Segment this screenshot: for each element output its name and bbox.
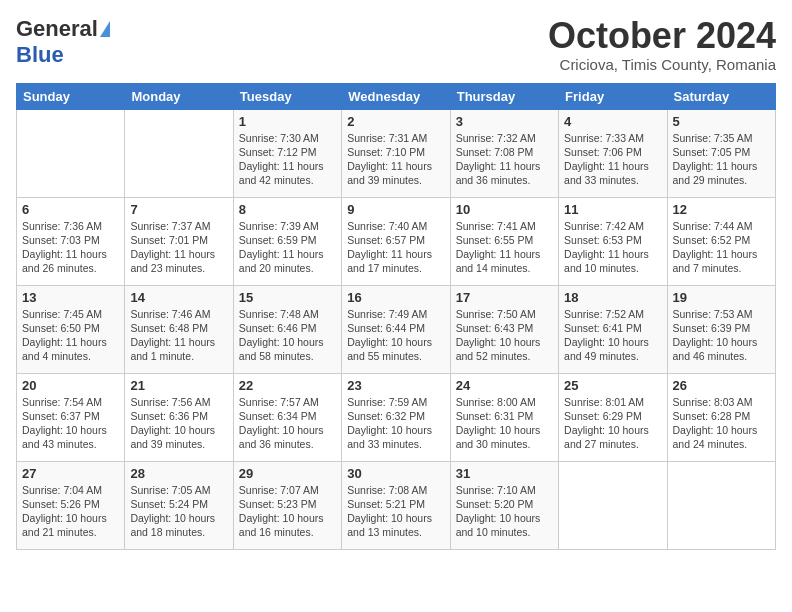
- day-number: 16: [347, 290, 444, 305]
- day-number: 5: [673, 114, 770, 129]
- day-number: 31: [456, 466, 553, 481]
- day-number: 14: [130, 290, 227, 305]
- day-number: 29: [239, 466, 336, 481]
- day-detail: Sunrise: 7:39 AMSunset: 6:59 PMDaylight:…: [239, 219, 336, 276]
- calendar-day-cell: 10Sunrise: 7:41 AMSunset: 6:55 PMDayligh…: [450, 197, 558, 285]
- day-number: 13: [22, 290, 119, 305]
- day-detail: Sunrise: 7:32 AMSunset: 7:08 PMDaylight:…: [456, 131, 553, 188]
- day-number: 21: [130, 378, 227, 393]
- logo: General Blue: [16, 16, 110, 68]
- calendar-day-cell: 9Sunrise: 7:40 AMSunset: 6:57 PMDaylight…: [342, 197, 450, 285]
- day-number: 7: [130, 202, 227, 217]
- calendar-day-cell: 21Sunrise: 7:56 AMSunset: 6:36 PMDayligh…: [125, 373, 233, 461]
- day-number: 20: [22, 378, 119, 393]
- day-detail: Sunrise: 7:48 AMSunset: 6:46 PMDaylight:…: [239, 307, 336, 364]
- day-detail: Sunrise: 7:31 AMSunset: 7:10 PMDaylight:…: [347, 131, 444, 188]
- calendar-day-cell: 3Sunrise: 7:32 AMSunset: 7:08 PMDaylight…: [450, 109, 558, 197]
- day-detail: Sunrise: 7:50 AMSunset: 6:43 PMDaylight:…: [456, 307, 553, 364]
- day-of-week-header: Thursday: [450, 83, 558, 109]
- day-detail: Sunrise: 7:36 AMSunset: 7:03 PMDaylight:…: [22, 219, 119, 276]
- day-detail: Sunrise: 7:44 AMSunset: 6:52 PMDaylight:…: [673, 219, 770, 276]
- calendar-day-cell: 1Sunrise: 7:30 AMSunset: 7:12 PMDaylight…: [233, 109, 341, 197]
- calendar-day-cell: 20Sunrise: 7:54 AMSunset: 6:37 PMDayligh…: [17, 373, 125, 461]
- calendar-day-cell: 5Sunrise: 7:35 AMSunset: 7:05 PMDaylight…: [667, 109, 775, 197]
- calendar-day-cell: 8Sunrise: 7:39 AMSunset: 6:59 PMDaylight…: [233, 197, 341, 285]
- day-number: 11: [564, 202, 661, 217]
- calendar-week-row: 13Sunrise: 7:45 AMSunset: 6:50 PMDayligh…: [17, 285, 776, 373]
- calendar-day-cell: 19Sunrise: 7:53 AMSunset: 6:39 PMDayligh…: [667, 285, 775, 373]
- day-number: 8: [239, 202, 336, 217]
- day-of-week-header: Sunday: [17, 83, 125, 109]
- header-row: SundayMondayTuesdayWednesdayThursdayFrid…: [17, 83, 776, 109]
- calendar-day-cell: 24Sunrise: 8:00 AMSunset: 6:31 PMDayligh…: [450, 373, 558, 461]
- day-detail: Sunrise: 7:05 AMSunset: 5:24 PMDaylight:…: [130, 483, 227, 540]
- day-detail: Sunrise: 7:08 AMSunset: 5:21 PMDaylight:…: [347, 483, 444, 540]
- day-detail: Sunrise: 7:49 AMSunset: 6:44 PMDaylight:…: [347, 307, 444, 364]
- location-text: Criciova, Timis County, Romania: [548, 56, 776, 73]
- calendar-day-cell: 13Sunrise: 7:45 AMSunset: 6:50 PMDayligh…: [17, 285, 125, 373]
- day-number: 25: [564, 378, 661, 393]
- calendar-day-cell: 15Sunrise: 7:48 AMSunset: 6:46 PMDayligh…: [233, 285, 341, 373]
- calendar-day-cell: 22Sunrise: 7:57 AMSunset: 6:34 PMDayligh…: [233, 373, 341, 461]
- day-of-week-header: Friday: [559, 83, 667, 109]
- calendar-day-cell: 26Sunrise: 8:03 AMSunset: 6:28 PMDayligh…: [667, 373, 775, 461]
- calendar-day-cell: 16Sunrise: 7:49 AMSunset: 6:44 PMDayligh…: [342, 285, 450, 373]
- calendar-day-cell: 18Sunrise: 7:52 AMSunset: 6:41 PMDayligh…: [559, 285, 667, 373]
- day-detail: Sunrise: 7:46 AMSunset: 6:48 PMDaylight:…: [130, 307, 227, 364]
- day-number: 3: [456, 114, 553, 129]
- logo-blue-text: Blue: [16, 42, 64, 68]
- day-number: 4: [564, 114, 661, 129]
- calendar-header: SundayMondayTuesdayWednesdayThursdayFrid…: [17, 83, 776, 109]
- page-header: General Blue October 2024 Criciova, Timi…: [16, 16, 776, 73]
- calendar-day-cell: [559, 461, 667, 549]
- day-number: 12: [673, 202, 770, 217]
- day-detail: Sunrise: 7:40 AMSunset: 6:57 PMDaylight:…: [347, 219, 444, 276]
- calendar-body: 1Sunrise: 7:30 AMSunset: 7:12 PMDaylight…: [17, 109, 776, 549]
- calendar-day-cell: 11Sunrise: 7:42 AMSunset: 6:53 PMDayligh…: [559, 197, 667, 285]
- day-number: 26: [673, 378, 770, 393]
- day-detail: Sunrise: 7:56 AMSunset: 6:36 PMDaylight:…: [130, 395, 227, 452]
- day-detail: Sunrise: 8:01 AMSunset: 6:29 PMDaylight:…: [564, 395, 661, 452]
- title-block: October 2024 Criciova, Timis County, Rom…: [548, 16, 776, 73]
- calendar-day-cell: 14Sunrise: 7:46 AMSunset: 6:48 PMDayligh…: [125, 285, 233, 373]
- month-title: October 2024: [548, 16, 776, 56]
- calendar-day-cell: 30Sunrise: 7:08 AMSunset: 5:21 PMDayligh…: [342, 461, 450, 549]
- calendar-week-row: 27Sunrise: 7:04 AMSunset: 5:26 PMDayligh…: [17, 461, 776, 549]
- day-number: 18: [564, 290, 661, 305]
- calendar-day-cell: 31Sunrise: 7:10 AMSunset: 5:20 PMDayligh…: [450, 461, 558, 549]
- day-number: 23: [347, 378, 444, 393]
- calendar-table: SundayMondayTuesdayWednesdayThursdayFrid…: [16, 83, 776, 550]
- calendar-day-cell: 28Sunrise: 7:05 AMSunset: 5:24 PMDayligh…: [125, 461, 233, 549]
- day-number: 28: [130, 466, 227, 481]
- day-detail: Sunrise: 7:45 AMSunset: 6:50 PMDaylight:…: [22, 307, 119, 364]
- day-number: 9: [347, 202, 444, 217]
- calendar-week-row: 20Sunrise: 7:54 AMSunset: 6:37 PMDayligh…: [17, 373, 776, 461]
- calendar-day-cell: [125, 109, 233, 197]
- day-detail: Sunrise: 7:54 AMSunset: 6:37 PMDaylight:…: [22, 395, 119, 452]
- calendar-day-cell: 23Sunrise: 7:59 AMSunset: 6:32 PMDayligh…: [342, 373, 450, 461]
- calendar-day-cell: 29Sunrise: 7:07 AMSunset: 5:23 PMDayligh…: [233, 461, 341, 549]
- day-number: 10: [456, 202, 553, 217]
- calendar-day-cell: 17Sunrise: 7:50 AMSunset: 6:43 PMDayligh…: [450, 285, 558, 373]
- logo-general-text: General: [16, 16, 98, 42]
- calendar-week-row: 1Sunrise: 7:30 AMSunset: 7:12 PMDaylight…: [17, 109, 776, 197]
- day-detail: Sunrise: 7:42 AMSunset: 6:53 PMDaylight:…: [564, 219, 661, 276]
- calendar-day-cell: 2Sunrise: 7:31 AMSunset: 7:10 PMDaylight…: [342, 109, 450, 197]
- calendar-day-cell: 25Sunrise: 8:01 AMSunset: 6:29 PMDayligh…: [559, 373, 667, 461]
- day-of-week-header: Monday: [125, 83, 233, 109]
- day-detail: Sunrise: 7:59 AMSunset: 6:32 PMDaylight:…: [347, 395, 444, 452]
- day-detail: Sunrise: 7:57 AMSunset: 6:34 PMDaylight:…: [239, 395, 336, 452]
- day-detail: Sunrise: 7:52 AMSunset: 6:41 PMDaylight:…: [564, 307, 661, 364]
- calendar-day-cell: [17, 109, 125, 197]
- day-detail: Sunrise: 8:00 AMSunset: 6:31 PMDaylight:…: [456, 395, 553, 452]
- day-detail: Sunrise: 7:41 AMSunset: 6:55 PMDaylight:…: [456, 219, 553, 276]
- day-detail: Sunrise: 7:37 AMSunset: 7:01 PMDaylight:…: [130, 219, 227, 276]
- day-number: 1: [239, 114, 336, 129]
- calendar-day-cell: [667, 461, 775, 549]
- day-of-week-header: Wednesday: [342, 83, 450, 109]
- logo-triangle-icon: [100, 21, 110, 37]
- calendar-day-cell: 12Sunrise: 7:44 AMSunset: 6:52 PMDayligh…: [667, 197, 775, 285]
- calendar-day-cell: 6Sunrise: 7:36 AMSunset: 7:03 PMDaylight…: [17, 197, 125, 285]
- day-detail: Sunrise: 7:53 AMSunset: 6:39 PMDaylight:…: [673, 307, 770, 364]
- day-detail: Sunrise: 7:07 AMSunset: 5:23 PMDaylight:…: [239, 483, 336, 540]
